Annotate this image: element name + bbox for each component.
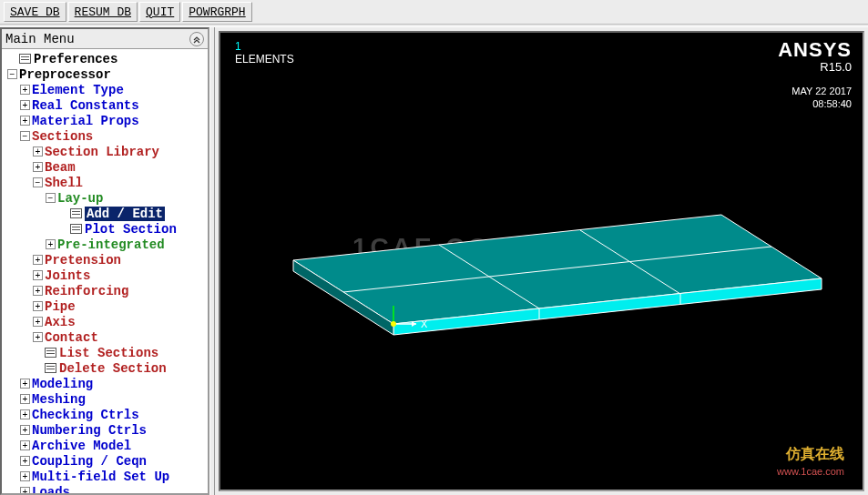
action-icon [45,348,56,358]
tree-item[interactable]: +Material Props [4,113,206,128]
expand-icon[interactable]: + [20,471,30,481]
tree-item[interactable]: +Numbering Ctrls [4,422,206,438]
graphics-viewport[interactable]: 1 ELEMENTS ANSYS R15.0 MAY 22 2017 08:58… [219,31,864,491]
expand-icon[interactable]: + [20,425,30,435]
collapse-icon[interactable] [189,32,204,46]
watermark-footer: 仿真在线 www.1cae.com [777,444,844,479]
main-menu-panel: Main Menu Preferences−Preprocessor+Eleme… [0,27,209,495]
tree-item[interactable]: +Meshing [4,391,206,407]
tree-item[interactable]: +Section Library [4,144,206,159]
tree-item-label: Material Props [32,114,139,128]
tree-item-label: Pretension [45,253,121,268]
action-icon [45,363,56,373]
tree-item[interactable]: Delete Section [4,360,206,376]
tree-item[interactable]: −Shell [4,175,206,190]
action-icon [70,224,82,234]
axis-x-label: X [421,318,428,329]
tree-item-label: Pipe [45,299,76,314]
viewport-frame: 1 ELEMENTS ANSYS R15.0 MAY 22 2017 08:58… [215,27,868,495]
tree-item-label: Reinforcing [45,284,128,298]
tree-item[interactable]: +Beam [4,159,206,175]
menu-tree: Preferences−Preprocessor+Element Type+Re… [2,49,208,493]
tree-item[interactable]: +Loads [4,484,206,493]
tree-item[interactable]: Plot Section [4,221,206,237]
tree-item-label: Checking Ctrls [32,408,139,422]
collapse-icon[interactable]: − [33,177,43,187]
collapse-icon[interactable]: − [46,193,56,203]
expand-icon[interactable]: + [20,487,30,493]
expand-icon[interactable]: + [20,456,30,466]
tree-item-label: Sections [32,129,93,144]
expand-icon[interactable]: + [20,409,30,419]
resum-db-button[interactable]: RESUM_DB [68,2,138,22]
tree-item[interactable]: Add / Edit [4,206,206,221]
powrgrph-button[interactable]: POWRGRPH [182,2,251,22]
fe-model: X [257,206,840,369]
tree-item-label: Real Constants [32,98,139,113]
save-db-button[interactable]: SAVE_DB [4,2,66,22]
tree-item-label: Modeling [32,377,93,391]
tree-item-label: Meshing [32,392,86,407]
collapse-icon[interactable]: − [20,131,30,141]
action-icon [19,54,31,64]
expand-icon[interactable]: + [20,100,30,110]
expand-icon[interactable]: + [20,379,30,389]
tree-item-label: Contact [45,330,98,345]
tree-item[interactable]: +Coupling / Ceqn [4,453,206,469]
tree-item[interactable]: +Archive Model [4,438,206,453]
expand-icon[interactable]: + [46,239,56,249]
expand-icon[interactable]: + [33,162,43,172]
tree-item-label: Archive Model [32,439,131,453]
expand-icon[interactable]: + [33,255,43,265]
tree-item-label: Coupling / Ceqn [32,454,147,469]
tree-item[interactable]: List Sections [4,345,206,360]
tree-item-label: Multi-field Set Up [32,470,169,484]
collapse-icon[interactable]: − [7,69,17,79]
tree-item[interactable]: −Sections [4,128,206,144]
tree-item-label: Preferences [34,52,117,66]
tree-item[interactable]: +Joints [4,268,206,283]
toolbar: SAVE_DB RESUM_DB QUIT POWRGRPH [0,0,868,24]
plot-type-label: ELEMENTS [235,53,294,66]
tree-item[interactable]: +Element Type [4,82,206,97]
expand-icon[interactable]: + [33,301,43,311]
tree-item-label: Beam [45,160,76,175]
expand-icon[interactable]: + [33,332,43,342]
tree-item[interactable]: +Axis [4,314,206,329]
svg-point-11 [391,321,396,327]
tree-item-label: Pre-integrated [57,237,165,252]
tree-item[interactable]: Preferences [4,51,206,66]
tree-item-label: Shell [45,176,83,190]
tree-item[interactable]: +Pipe [4,298,206,314]
tree-item[interactable]: +Pretension [4,252,206,268]
version-label: R15.0 [820,60,852,74]
tree-item[interactable]: −Preprocessor [4,66,206,82]
tree-item[interactable]: +Modeling [4,376,206,391]
tree-item[interactable]: +Checking Ctrls [4,407,206,422]
watermark-zh: 仿真在线 [777,444,844,464]
tree-item[interactable]: −Lay-up [4,190,206,206]
quit-button[interactable]: QUIT [139,2,180,22]
expand-icon[interactable]: + [33,146,43,157]
expand-icon[interactable]: + [33,317,43,327]
tree-item-label: Joints [45,268,90,283]
tree-item[interactable]: +Multi-field Set Up [4,469,206,484]
tree-item-label: List Sections [59,346,158,360]
expand-icon[interactable]: + [20,85,30,95]
tree-item-label: Numbering Ctrls [32,423,147,438]
expand-icon[interactable]: + [20,116,30,126]
tree-item-label: Add / Edit [85,207,165,221]
action-icon [70,208,82,218]
watermark-url: www.1cae.com [777,465,844,479]
expand-icon[interactable]: + [33,286,43,296]
tree-item-label: Loads [32,485,70,494]
tree-item[interactable]: +Contact [4,329,206,345]
expand-icon[interactable]: + [33,270,43,280]
tree-item[interactable]: +Real Constants [4,97,206,113]
tree-item[interactable]: +Reinforcing [4,283,206,298]
tree-item-label: Preprocessor [19,67,111,82]
tree-item[interactable]: +Pre-integrated [4,237,206,252]
tree-item-label: Plot Section [85,222,177,237]
expand-icon[interactable]: + [20,440,30,450]
expand-icon[interactable]: + [20,394,30,404]
